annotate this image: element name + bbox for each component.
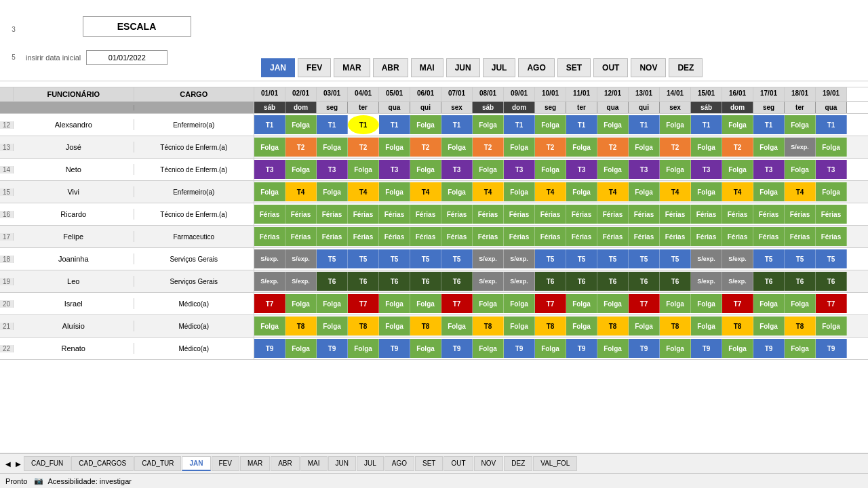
- tab-cad-cargos[interactable]: CAD_CARGOS: [71, 456, 134, 471]
- shift-cell[interactable]: Férias: [535, 227, 566, 246]
- shift-cell[interactable]: T3: [816, 160, 847, 179]
- shift-cell[interactable]: Férias: [660, 227, 691, 246]
- shift-cell[interactable]: Férias: [504, 227, 535, 246]
- shift-cell[interactable]: T9: [317, 339, 348, 358]
- shift-cell[interactable]: Folga: [785, 294, 816, 313]
- shift-cell[interactable]: Folga: [660, 115, 691, 134]
- shift-cell[interactable]: Férias: [753, 227, 785, 246]
- shift-cell[interactable]: T4: [722, 182, 753, 201]
- shift-cell[interactable]: Férias: [348, 227, 379, 246]
- shift-cell[interactable]: T6: [753, 272, 785, 291]
- shift-cell[interactable]: Férias: [566, 227, 597, 246]
- shift-cell[interactable]: T9: [504, 339, 535, 358]
- shift-cell[interactable]: T5: [317, 249, 348, 268]
- shift-cell[interactable]: Folga: [317, 182, 348, 201]
- shift-cell[interactable]: T2: [473, 138, 504, 157]
- shift-cell[interactable]: T9: [566, 339, 597, 358]
- shift-cell[interactable]: Folga: [254, 182, 285, 201]
- shift-cell[interactable]: S/exp.: [254, 249, 285, 268]
- tab-nov[interactable]: NOV: [474, 456, 504, 471]
- shift-cell[interactable]: Férias: [410, 227, 441, 246]
- shift-cell[interactable]: Férias: [285, 205, 317, 224]
- shift-cell[interactable]: T5: [816, 249, 847, 268]
- shift-cell[interactable]: Férias: [816, 227, 847, 246]
- shift-cell[interactable]: Folga: [379, 138, 410, 157]
- shift-cell[interactable]: Folga: [410, 339, 441, 358]
- shift-cell[interactable]: T1: [317, 115, 348, 134]
- shift-cell[interactable]: Férias: [348, 205, 379, 224]
- nav-left-arrow[interactable]: ◀: [3, 459, 13, 468]
- shift-cell[interactable]: T7: [816, 294, 847, 313]
- shift-cell[interactable]: Férias: [441, 227, 473, 246]
- tab-set[interactable]: SET: [415, 456, 443, 471]
- shift-cell[interactable]: Folga: [473, 115, 504, 134]
- shift-cell[interactable]: Férias: [410, 205, 441, 224]
- shift-cell[interactable]: Folga: [535, 115, 566, 134]
- shift-cell[interactable]: Férias: [566, 205, 597, 224]
- shift-cell[interactable]: S/exp.: [722, 249, 753, 268]
- shift-cell[interactable]: T1: [566, 115, 597, 134]
- shift-cell[interactable]: S/exp.: [691, 272, 722, 291]
- shift-cell[interactable]: Folga: [410, 160, 441, 179]
- month-btn-abr[interactable]: ABR: [373, 58, 408, 77]
- shift-cell[interactable]: Folga: [629, 317, 660, 336]
- shift-cell[interactable]: Folga: [504, 138, 535, 157]
- shift-cell[interactable]: T3: [379, 160, 410, 179]
- shift-cell[interactable]: Folga: [753, 317, 785, 336]
- shift-cell[interactable]: S/exp.: [504, 249, 535, 268]
- shift-cell[interactable]: S/exp.: [722, 272, 753, 291]
- shift-cell[interactable]: Folga: [285, 115, 317, 134]
- shift-cell[interactable]: Folga: [597, 294, 629, 313]
- month-btn-dez[interactable]: DEZ: [669, 58, 703, 77]
- shift-cell[interactable]: T1: [504, 115, 535, 134]
- shift-cell[interactable]: Folga: [504, 317, 535, 336]
- date-input[interactable]: [86, 50, 167, 65]
- shift-cell[interactable]: Folga: [473, 294, 504, 313]
- shift-cell[interactable]: Folga: [566, 294, 597, 313]
- shift-cell[interactable]: Folga: [566, 138, 597, 157]
- shift-cell[interactable]: S/exp.: [285, 272, 317, 291]
- shift-cell[interactable]: T7: [535, 294, 566, 313]
- shift-cell[interactable]: T4: [660, 182, 691, 201]
- shift-cell[interactable]: T3: [753, 160, 785, 179]
- shift-cell[interactable]: Férias: [473, 205, 504, 224]
- shift-cell[interactable]: Férias: [660, 205, 691, 224]
- shift-cell[interactable]: S/exp.: [691, 249, 722, 268]
- shift-cell[interactable]: Folga: [753, 294, 785, 313]
- shift-cell[interactable]: Folga: [254, 317, 285, 336]
- shift-cell[interactable]: Férias: [317, 227, 348, 246]
- shift-cell[interactable]: T4: [410, 182, 441, 201]
- shift-cell[interactable]: Folga: [816, 182, 847, 201]
- month-btn-out[interactable]: OUT: [593, 58, 628, 77]
- shift-cell[interactable]: Férias: [379, 227, 410, 246]
- shift-cell[interactable]: Folga: [691, 182, 722, 201]
- tab-jul[interactable]: JUL: [357, 456, 384, 471]
- shift-cell[interactable]: T1: [816, 115, 847, 134]
- shift-cell[interactable]: T1: [379, 115, 410, 134]
- nav-right-arrow[interactable]: ▶: [14, 459, 23, 468]
- shift-cell[interactable]: Férias: [753, 205, 785, 224]
- shift-cell[interactable]: T2: [535, 138, 566, 157]
- shift-cell[interactable]: T3: [254, 160, 285, 179]
- shift-cell[interactable]: T5: [348, 249, 379, 268]
- shift-cell[interactable]: Folga: [379, 317, 410, 336]
- shift-cell[interactable]: Folga: [317, 294, 348, 313]
- shift-cell[interactable]: T6: [660, 272, 691, 291]
- shift-cell[interactable]: S/exp.: [254, 272, 285, 291]
- shift-cell[interactable]: T5: [785, 249, 816, 268]
- tab-out[interactable]: OUT: [443, 456, 473, 471]
- tab-val-fol[interactable]: VAL_FOL: [533, 456, 577, 471]
- shift-cell[interactable]: Férias: [254, 227, 285, 246]
- shift-cell[interactable]: T4: [348, 182, 379, 201]
- shift-cell[interactable]: S/exp.: [504, 272, 535, 291]
- month-btn-mar[interactable]: MAR: [334, 58, 370, 77]
- shift-cell[interactable]: T1: [441, 115, 473, 134]
- shift-cell[interactable]: T6: [629, 272, 660, 291]
- shift-cell[interactable]: T8: [410, 317, 441, 336]
- shift-cell[interactable]: Folga: [597, 339, 629, 358]
- month-btn-set[interactable]: SET: [557, 58, 591, 77]
- shift-cell[interactable]: T8: [722, 317, 753, 336]
- shift-cell[interactable]: Folga: [566, 317, 597, 336]
- tab-dez[interactable]: DEZ: [504, 456, 532, 471]
- shift-cell[interactable]: T6: [441, 272, 473, 291]
